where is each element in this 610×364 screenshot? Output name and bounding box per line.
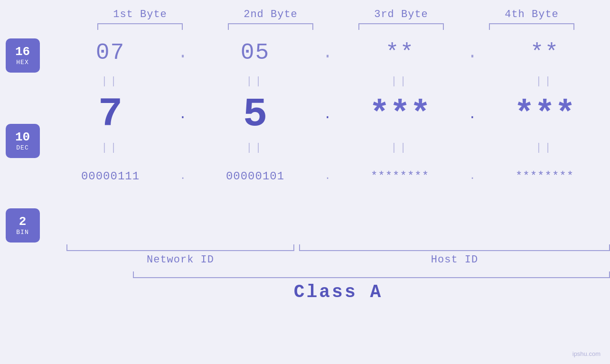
dec-dot3: . bbox=[465, 107, 479, 122]
eq1-b4: || bbox=[479, 75, 610, 87]
equals-row-2: || || || || bbox=[45, 138, 610, 157]
class-label-row: Class A bbox=[66, 282, 610, 302]
byte3-col: 3rd Byte bbox=[336, 9, 467, 30]
eq2-b1: || bbox=[45, 142, 176, 154]
bin-dot1: . bbox=[176, 170, 190, 182]
bin-b4: ******** bbox=[479, 170, 610, 183]
byte1-bracket bbox=[97, 23, 183, 30]
bin-badge: 2 BIN bbox=[6, 208, 40, 243]
network-id-label: Network ID bbox=[66, 254, 294, 266]
main-area: 16 HEX 10 DEC 2 BIN 07 . bbox=[0, 34, 610, 243]
byte3-label: 3rd Byte bbox=[336, 9, 467, 20]
dec-b1: 7 bbox=[45, 94, 176, 135]
dec-b4: *** bbox=[479, 97, 610, 131]
bin-row: 00000111 . 00000101 . ******** . bbox=[45, 157, 610, 195]
byte4-label: 4th Byte bbox=[467, 9, 597, 20]
main-container: 1st Byte 2nd Byte 3rd Byte 4th Byte 16 H… bbox=[0, 0, 610, 364]
dec-dot1: . bbox=[176, 107, 190, 122]
watermark: ipshu.com bbox=[572, 350, 601, 357]
byte4-bracket bbox=[489, 23, 574, 30]
byte2-col: 2nd Byte bbox=[206, 9, 336, 30]
dec-badge: 10 DEC bbox=[6, 124, 40, 158]
hex-row: 07 . 05 . ** . ** bbox=[45, 34, 610, 72]
badges-column: 16 HEX 10 DEC 2 BIN bbox=[0, 34, 45, 243]
bottom-area: Network ID Host ID Class A bbox=[0, 244, 610, 302]
hex-badge: 16 HEX bbox=[6, 38, 40, 73]
hex-b3: ** bbox=[335, 40, 465, 65]
host-bracket bbox=[299, 244, 610, 251]
byte1-col: 1st Byte bbox=[75, 9, 206, 30]
bin-badge-num: 2 bbox=[19, 215, 27, 229]
byte1-label: 1st Byte bbox=[75, 9, 206, 20]
dec-badge-label: DEC bbox=[16, 144, 28, 151]
bin-badge-label: BIN bbox=[16, 229, 28, 236]
hex-badge-num: 16 bbox=[15, 45, 30, 59]
bin-b1: 00000111 bbox=[45, 170, 176, 183]
hex-dot1: . bbox=[176, 43, 190, 63]
byte2-bracket bbox=[228, 23, 313, 30]
hex-b4: ** bbox=[479, 40, 610, 65]
id-labels-row: Network ID Host ID bbox=[66, 254, 610, 266]
hex-b2: 05 bbox=[190, 40, 320, 65]
eq2-b2: || bbox=[190, 142, 320, 154]
hex-dot3: . bbox=[465, 43, 479, 63]
hex-b1: 07 bbox=[45, 40, 176, 65]
host-id-label: Host ID bbox=[299, 254, 610, 266]
full-bracket-row bbox=[133, 271, 610, 278]
class-label: Class A bbox=[294, 282, 383, 302]
bin-b3: ******** bbox=[335, 170, 465, 183]
bin-dot3: . bbox=[465, 170, 479, 182]
eq2-b3: || bbox=[335, 142, 465, 154]
byte2-label: 2nd Byte bbox=[206, 9, 336, 20]
bin-b2: 00000101 bbox=[190, 170, 320, 183]
dec-b3: *** bbox=[335, 97, 465, 131]
eq2-b4: || bbox=[479, 142, 610, 154]
bin-dot2: . bbox=[320, 170, 335, 182]
data-columns: 07 . 05 . ** . ** bbox=[45, 34, 610, 195]
eq1-b1: || bbox=[45, 75, 176, 87]
dec-row: 7 . 5 . *** . *** bbox=[45, 91, 610, 138]
byte3-bracket bbox=[358, 23, 444, 30]
hex-badge-label: HEX bbox=[16, 59, 28, 66]
dec-badge-num: 10 bbox=[15, 131, 30, 144]
dec-b2: 5 bbox=[190, 94, 320, 135]
bottom-brackets bbox=[66, 244, 610, 251]
byte4-col: 4th Byte bbox=[467, 9, 597, 30]
eq1-b2: || bbox=[190, 75, 320, 87]
dec-dot2: . bbox=[320, 107, 335, 122]
byte-headers: 1st Byte 2nd Byte 3rd Byte 4th Byte bbox=[31, 0, 610, 30]
network-bracket bbox=[66, 244, 294, 251]
equals-row-1: || || || || bbox=[45, 72, 610, 91]
eq1-b3: || bbox=[335, 75, 465, 87]
full-bracket-line bbox=[133, 271, 610, 278]
hex-dot2: . bbox=[320, 43, 335, 63]
